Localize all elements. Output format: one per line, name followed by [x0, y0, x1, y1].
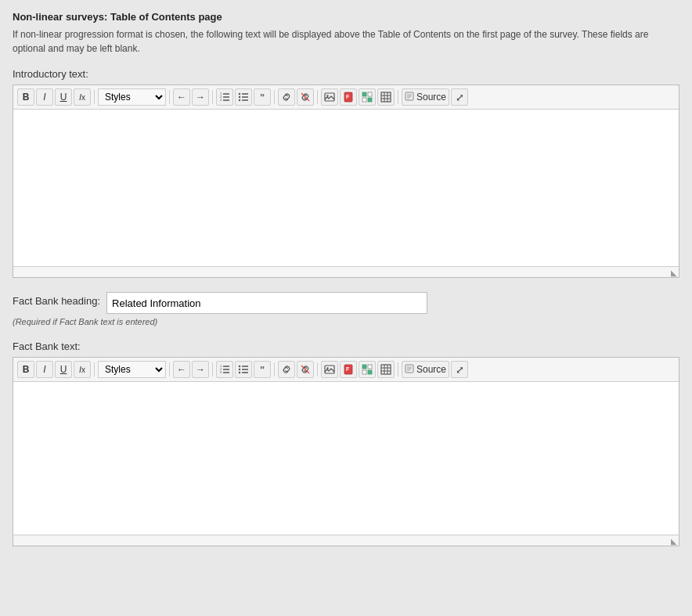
unordered-list-button[interactable] [235, 88, 252, 106]
svg-point-44 [326, 367, 328, 369]
source-icon-intro [405, 92, 414, 103]
styles-select[interactable]: Styles Paragraph Heading 1 Heading 2 [98, 88, 166, 106]
svg-rect-51 [381, 365, 391, 374]
separator-5 [317, 90, 318, 104]
svg-point-10 [239, 96, 240, 98]
svg-text:3: 3 [220, 98, 222, 102]
link-button[interactable] [278, 88, 295, 106]
separator-fb-1 [94, 362, 95, 376]
svg-point-11 [239, 99, 240, 101]
unordered-list-button-fb[interactable] [235, 361, 252, 378]
introductory-resize-handle: ◣ [13, 266, 679, 277]
ordered-list-button-fb[interactable]: 123 [216, 361, 233, 378]
separator-2 [169, 90, 170, 104]
fullscreen-button-fb[interactable]: ⤢ [451, 361, 468, 378]
undo-button-fb[interactable]: ← [173, 361, 190, 378]
styles-select-fb[interactable]: Styles Paragraph Heading 1 Heading 2 [98, 361, 166, 378]
table-button[interactable] [377, 88, 395, 106]
svg-rect-19 [362, 98, 366, 102]
fact-bank-text-section: Fact Bank text: B I U Ix Styles Paragrap… [13, 340, 679, 546]
separator-1 [94, 90, 95, 104]
svg-text:F: F [346, 366, 350, 372]
introductory-text-input[interactable] [13, 110, 679, 266]
svg-rect-47 [362, 365, 366, 369]
source-button-intro[interactable]: Source [402, 88, 449, 106]
resize-icon-fb: ◣ [671, 537, 677, 546]
separator-6 [398, 90, 398, 104]
svg-point-9 [239, 93, 240, 95]
strikethrough-button-fb[interactable]: Ix [74, 361, 91, 378]
bold-button[interactable]: B [17, 88, 34, 106]
resize-icon-intro: ◣ [671, 268, 677, 277]
page-container: Non-linear surveys: Table of Contents pa… [0, 0, 692, 571]
undo-button[interactable]: ← [173, 88, 190, 106]
fact-bank-text-input[interactable] [13, 382, 679, 535]
svg-rect-43 [325, 366, 334, 373]
fact-bank-text-editor: B I U Ix Styles Paragraph Heading 1 Head… [13, 357, 679, 546]
svg-rect-48 [368, 365, 372, 369]
separator-fb-5 [317, 362, 318, 376]
redo-button-fb[interactable]: → [192, 361, 209, 378]
svg-rect-50 [368, 370, 372, 374]
separator-fb-4 [274, 362, 275, 376]
bold-button-fb[interactable]: B [17, 361, 34, 378]
source-button-fb[interactable]: Source [402, 361, 449, 378]
svg-text:F: F [346, 94, 350, 99]
introductory-text-label: Introductory text: [13, 68, 679, 80]
italic-button[interactable]: I [36, 88, 53, 106]
svg-rect-13 [325, 93, 334, 101]
svg-point-39 [239, 366, 240, 367]
introductory-text-section: Introductory text: B I U Ix Styles Parag… [13, 68, 679, 278]
flash-button-fb[interactable]: F [340, 361, 357, 378]
ordered-list-button[interactable]: 123 [216, 88, 233, 106]
fullscreen-button-intro[interactable]: ⤢ [451, 88, 468, 106]
blockquote-button[interactable]: " [254, 88, 271, 106]
svg-text:3: 3 [220, 370, 222, 374]
fact-bank-heading-label: Fact Bank heading: [13, 295, 100, 307]
redo-button[interactable]: → [192, 88, 209, 106]
svg-rect-18 [368, 92, 372, 96]
separator-fb-6 [398, 362, 398, 376]
fact-bank-text-label: Fact Bank text: [13, 340, 679, 352]
underline-button[interactable]: U [55, 88, 72, 106]
fact-bank-heading-section: Fact Bank heading: (Required if Fact Ban… [13, 292, 679, 326]
underline-button-fb[interactable]: U [55, 361, 72, 378]
link-button-fb[interactable] [278, 361, 295, 378]
svg-point-40 [239, 369, 240, 370]
svg-rect-21 [381, 92, 391, 102]
separator-4 [274, 90, 275, 104]
svg-rect-20 [368, 98, 372, 102]
fact-bank-resize-handle: ◣ [13, 535, 679, 546]
svg-rect-17 [362, 92, 366, 96]
introductory-text-editor: B I U Ix Styles Paragraph Heading 1 Head… [13, 85, 679, 278]
image-button[interactable] [321, 88, 338, 106]
separator-3 [212, 90, 213, 104]
svg-point-14 [326, 95, 328, 96]
blockquote-button-fb[interactable]: " [254, 361, 271, 378]
unlink-button-fb[interactable] [297, 361, 314, 378]
page-title: Non-linear surveys: Table of Contents pa… [13, 11, 679, 23]
flash-button[interactable]: F [340, 88, 357, 106]
unlink-button[interactable] [297, 88, 314, 106]
image-button-fb[interactable] [321, 361, 338, 378]
strikethrough-button[interactable]: Ix [74, 88, 91, 106]
fact-bank-toolbar: B I U Ix Styles Paragraph Heading 1 Head… [13, 358, 679, 382]
special-char-button[interactable] [359, 88, 376, 106]
source-icon-fb [405, 364, 414, 375]
svg-point-41 [239, 372, 240, 373]
svg-rect-49 [362, 370, 366, 374]
separator-fb-3 [212, 362, 213, 376]
italic-button-fb[interactable]: I [36, 361, 53, 378]
separator-fb-2 [169, 362, 170, 376]
introductory-toolbar: B I U Ix Styles Paragraph Heading 1 Head… [13, 85, 679, 110]
fact-bank-heading-input[interactable] [106, 292, 427, 314]
table-button-fb[interactable] [377, 361, 395, 378]
special-char-button-fb[interactable] [359, 361, 376, 378]
fact-bank-heading-sublabel: (Required if Fact Bank text is entered) [13, 317, 679, 326]
page-description: If non-linear progression format is chos… [13, 27, 679, 56]
